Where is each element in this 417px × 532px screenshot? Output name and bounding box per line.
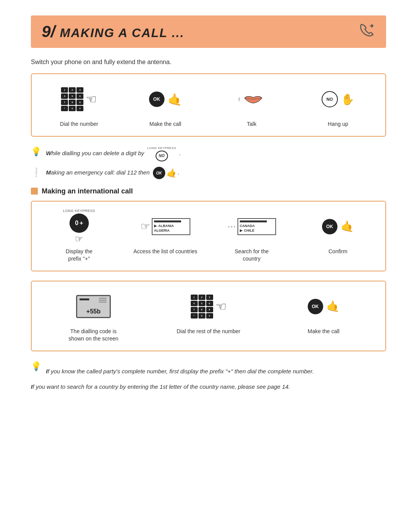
- long-keypress-label-1: LONG KEYPRESS: [147, 146, 176, 151]
- key2-4: 4: [191, 301, 198, 306]
- dial-rest-hand-icon: ☞: [215, 299, 227, 314]
- key2-1: 1: [191, 295, 198, 300]
- note-2-text: Making an emergency call: dial 112 then …: [46, 167, 180, 180]
- page-header-left: 9/ MAKING A CALL ...: [42, 22, 185, 41]
- key2-0: 0: [198, 313, 205, 319]
- ok-hand-wrap: OK 🤙: [149, 91, 182, 107]
- no-hand-wrap: NO ✋: [322, 91, 354, 107]
- step-dial-rest: 1 2 3 4 5 6 7 8 9 * 0 # ☞: [153, 289, 264, 335]
- key-2: 2: [69, 87, 76, 93]
- no-btn-inline: NO: [156, 151, 168, 161]
- key2-5: 5: [198, 301, 205, 306]
- step-screen-code: +55b The dialling code isshown on the sc…: [38, 289, 149, 343]
- key2-2: 2: [198, 295, 205, 300]
- note-2-row: ❕ Making an emergency call: dial 112 the…: [31, 167, 386, 180]
- section-title-text: Making an international call: [42, 187, 133, 195]
- albania-text: ALBANIA: [158, 224, 174, 228]
- screen-line-2: [99, 300, 107, 301]
- inline-no-key: LONG KEYPRESS NO: [147, 146, 176, 161]
- screen-code-label: The dialling code isshown on the screen: [68, 328, 118, 343]
- search-dots-icon: ⋯: [227, 222, 236, 232]
- country-item-canada: CANADA: [240, 224, 274, 228]
- key-star: *: [61, 106, 68, 111]
- screen-lines: [99, 298, 107, 303]
- key-hash: #: [76, 106, 83, 111]
- ok-circle-main: OK: [149, 91, 164, 107]
- scroll-hand-icon: ☞: [141, 220, 150, 233]
- country-list-icon-area: ☞ ▶ ALBANIA ALGERIA: [144, 209, 186, 244]
- prefix-label: Display theprefix "+": [66, 248, 92, 263]
- step-dial: 1 2 3 4 5 6 7 8 9 * 0 # ☞: [38, 82, 120, 128]
- prefix-icon-area: LONG KEYPRESS 0 + ☞: [58, 209, 100, 244]
- section-square-icon: [31, 188, 38, 195]
- country-search-bar: [240, 220, 267, 222]
- confirm-icon-area: OK 🤙: [317, 209, 359, 244]
- dial-label: Dial the number: [60, 120, 98, 128]
- international-section-title: Making an international call: [31, 187, 386, 195]
- key2-9: 9: [206, 307, 213, 312]
- screen-code-icon-area: +55b: [72, 289, 115, 324]
- emergency-hand-icon: 🤙: [166, 167, 176, 180]
- dial-icon-area: 1 2 3 4 5 6 7 8 9 * 0 # ☞: [58, 82, 100, 117]
- second-steps-row: +55b The dialling code isshown on the sc…: [38, 289, 379, 343]
- make-call-hand-icon: 🤙: [168, 93, 182, 106]
- screen-line-1: [99, 298, 107, 299]
- emergency-ok-icon: OK 🤙: [153, 167, 176, 180]
- step-country-list: ☞ ▶ ALBANIA ALGERIA Access the list of c…: [124, 209, 207, 256]
- step-make-call: OK 🤙 Make the call: [124, 82, 207, 128]
- confirm-label: Confirm: [329, 248, 348, 256]
- key-6: 6: [76, 93, 83, 99]
- long-keypress-label-intl: LONG KEYPRESS: [63, 209, 95, 213]
- make-call-2-hand-icon: 🤙: [326, 300, 340, 313]
- bottom-note-2-container: If you want to search for a country by e…: [31, 382, 386, 391]
- key2-7: 7: [191, 307, 198, 312]
- lips-svg: [242, 91, 265, 108]
- bottom-note-1-text: If you know the called party's complete …: [46, 367, 314, 376]
- step-search-country: ⋯ CANADA ▶ CHILE Search for thecountry: [210, 209, 293, 263]
- talk-icon-area: ℓ: [231, 82, 273, 117]
- cursor-icon: ℓ: [238, 96, 240, 102]
- key-7: 7: [61, 100, 68, 105]
- ok-circle-confirm: OK: [322, 219, 337, 234]
- main-steps-row: 1 2 3 4 5 6 7 8 9 * 0 # ☞: [38, 82, 379, 128]
- phone-icon: [358, 23, 375, 41]
- key-1: 1: [61, 87, 68, 93]
- key-5: 5: [69, 93, 76, 99]
- country-item-chile: ▶ CHILE: [240, 228, 274, 233]
- hangup-icon-area: NO ✋: [317, 82, 359, 117]
- country-list-display: ▶ ALBANIA ALGERIA: [152, 218, 190, 235]
- screen-line-3: [99, 302, 107, 303]
- step-hangup: NO ✋ Hang up: [297, 82, 380, 128]
- zero-label: 0: [75, 220, 78, 227]
- country-item-albania: ▶ ALBANIA: [154, 224, 188, 228]
- canada-text: CANADA: [240, 224, 255, 228]
- page-number: 9/: [42, 22, 55, 41]
- hangup-label: Hang up: [328, 120, 348, 128]
- keypad-grid-2: 1 2 3 4 5 6 7 8 9 * 0 #: [191, 295, 213, 319]
- key2-8: 8: [198, 307, 205, 312]
- arrow-albania: ▶: [154, 224, 157, 228]
- ok-circle-emergency: OK: [153, 167, 165, 179]
- make-call-icon-area: OK 🤙: [144, 82, 186, 117]
- page-title: MAKING A CALL ...: [60, 26, 185, 40]
- bottom-note-1-icon: 💡: [31, 361, 41, 371]
- step-prefix: LONG KEYPRESS 0 + ☞ Display theprefix "+…: [38, 209, 120, 263]
- main-steps-box: 1 2 3 4 5 6 7 8 9 * 0 # ☞: [31, 73, 386, 137]
- dial-rest-label: Dial the rest of the number: [177, 328, 241, 335]
- screen-plus-text: +55b: [80, 308, 107, 315]
- country-list-label: Access the list of countries: [133, 248, 197, 256]
- keypad-grid: 1 2 3 4 5 6 7 8 9 * 0 #: [61, 87, 83, 111]
- key-8: 8: [69, 100, 76, 105]
- search-country-icon-area: ⋯ CANADA ▶ CHILE: [231, 209, 273, 244]
- arrow-chile: ▶: [240, 229, 242, 232]
- bottom-note-2-text: If you want to search for a country by e…: [31, 382, 386, 391]
- key2-6: 6: [206, 301, 213, 306]
- note-1-text: While dialling you can delete a digit by…: [46, 146, 181, 161]
- chile-text: CHILE: [244, 229, 254, 232]
- ok-circle-make-call-2: OK: [308, 299, 323, 314]
- lips-icon: ℓ: [238, 91, 265, 108]
- second-steps-box: +55b The dialling code isshown on the sc…: [31, 281, 386, 351]
- confirm-hand-icon: 🤙: [341, 220, 354, 233]
- screen-plus-bar: [80, 298, 89, 300]
- step-talk: ℓ Talk: [210, 82, 293, 128]
